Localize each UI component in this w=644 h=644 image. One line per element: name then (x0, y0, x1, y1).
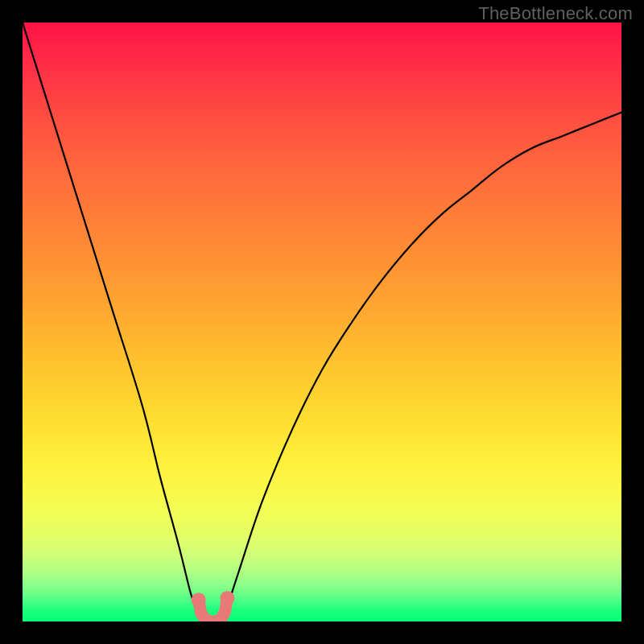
curve-svg (23, 23, 621, 621)
marker-left-dot (192, 592, 206, 607)
marker-right-dot (220, 591, 234, 605)
chart-frame: TheBottleneck.com (0, 0, 644, 644)
watermark-text: TheBottleneck.com (478, 3, 633, 24)
bottleneck-curve (23, 23, 621, 621)
plot-area (23, 23, 621, 621)
